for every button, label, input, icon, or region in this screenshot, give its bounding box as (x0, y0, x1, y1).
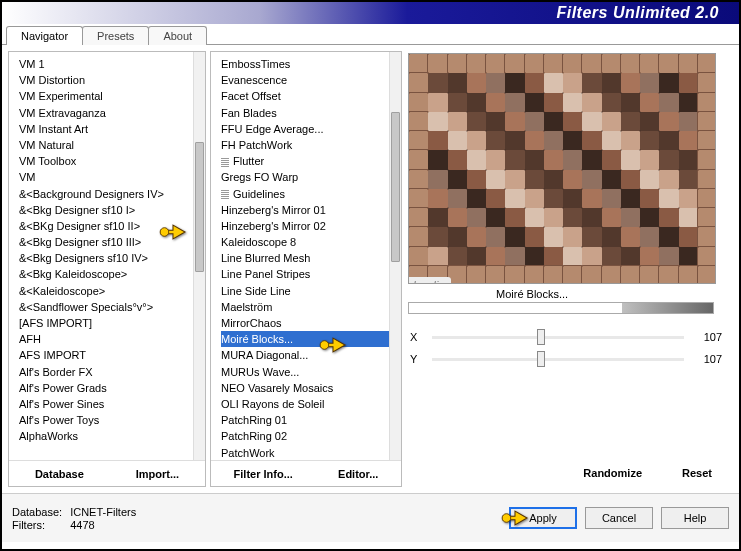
filter-info-button[interactable]: Filter Info... (234, 468, 293, 480)
category-item[interactable]: VM (19, 169, 193, 185)
filter-item[interactable]: PatchWork (221, 445, 389, 461)
category-item[interactable]: VM Toolbox (19, 153, 193, 169)
category-item[interactable]: &<Sandflower Specials°v°> (19, 299, 193, 315)
category-scrollbar[interactable] (193, 52, 205, 460)
category-item[interactable]: VM 1 (19, 56, 193, 72)
filter-item[interactable]: MURA Diagonal... (221, 347, 389, 363)
reset-button[interactable]: Reset (682, 467, 712, 479)
category-item[interactable]: VM Instant Art (19, 121, 193, 137)
category-item[interactable]: &<BKg Designer sf10 II> (19, 218, 193, 234)
category-item[interactable]: AlphaWorks (19, 428, 193, 444)
status-bar: Database: ICNET-Filters Filters: 4478 Ap… (2, 493, 739, 542)
category-panel: VM 1VM DistortionVM ExperimentalVM Extra… (8, 51, 206, 487)
tab-navigator[interactable]: Navigator (6, 26, 83, 45)
filter-list[interactable]: EmbossTimesEvanescenceFacet OffsetFan Bl… (211, 52, 401, 460)
category-item[interactable]: AFS IMPORT (19, 347, 193, 363)
action-buttons: Apply Cancel Help (509, 507, 729, 529)
filter-item[interactable]: FFU Edge Average... (221, 121, 389, 137)
title-bar: Filters Unlimited 2.0 (2, 2, 739, 24)
category-item[interactable]: Alf's Border FX (19, 364, 193, 380)
category-item[interactable]: &<Background Designers IV> (19, 186, 193, 202)
category-item[interactable]: &<Kaleidoscope> (19, 283, 193, 299)
database-button[interactable]: Database (35, 468, 84, 480)
filter-scrollbar[interactable] (389, 52, 401, 460)
filter-panel: EmbossTimesEvanescenceFacet OffsetFan Bl… (210, 51, 402, 487)
tab-presets[interactable]: Presets (82, 26, 149, 45)
filter-item[interactable]: EmbossTimes (221, 56, 389, 72)
filter-item[interactable]: Gregs FO Warp (221, 169, 389, 185)
category-item[interactable]: &<Bkg Designer sf10 I> (19, 202, 193, 218)
preview-panel: claudia Moiré Blocks... X 107 Y 107 Rand… (406, 51, 726, 487)
category-item[interactable]: Alf's Power Sines (19, 396, 193, 412)
param-y-value: 107 (688, 353, 722, 365)
param-y-label: Y (410, 353, 428, 365)
tab-about[interactable]: About (148, 26, 207, 45)
category-item[interactable]: VM Natural (19, 137, 193, 153)
filters-value: 4478 (70, 519, 136, 531)
import-button[interactable]: Import... (136, 468, 179, 480)
category-item[interactable]: VM Experimental (19, 88, 193, 104)
randomize-button[interactable]: Randomize (583, 467, 642, 479)
filter-item[interactable]: Kaleidoscope 8 (221, 234, 389, 250)
filter-item[interactable]: Hinzeberg's Mirror 01 (221, 202, 389, 218)
filter-item[interactable]: Line Panel Stripes (221, 266, 389, 282)
database-label: Database: (12, 506, 62, 518)
preview-image: claudia (408, 53, 716, 284)
filter-item[interactable]: Line Blurred Mesh (221, 250, 389, 266)
category-item[interactable]: Alf's Power Grads (19, 380, 193, 396)
filter-item[interactable]: Flutter (221, 153, 389, 169)
category-item[interactable]: &<Bkg Designers sf10 IV> (19, 250, 193, 266)
filter-item[interactable]: Moiré Blocks... (221, 331, 389, 347)
app-title: Filters Unlimited 2.0 (556, 4, 719, 22)
editor-button[interactable]: Editor... (338, 468, 378, 480)
category-item[interactable]: &<Bkg Kaleidoscope> (19, 266, 193, 282)
param-y: Y 107 (410, 348, 722, 370)
category-list[interactable]: VM 1VM DistortionVM ExperimentalVM Extra… (9, 52, 205, 460)
filter-item[interactable]: Line Side Line (221, 283, 389, 299)
filter-item[interactable]: MURUs Wave... (221, 364, 389, 380)
filter-item[interactable]: Maelström (221, 299, 389, 315)
main-area: VM 1VM DistortionVM ExperimentalVM Extra… (2, 45, 739, 493)
param-y-slider[interactable] (432, 358, 684, 361)
progress-bar (408, 302, 714, 314)
filter-item[interactable]: Guidelines (221, 186, 389, 202)
filter-footer: Filter Info... Editor... (211, 460, 401, 486)
filter-item[interactable]: FH PatchWork (221, 137, 389, 153)
category-footer: Database Import... (9, 460, 205, 486)
apply-button[interactable]: Apply (509, 507, 577, 529)
cancel-button[interactable]: Cancel (585, 507, 653, 529)
param-x-slider[interactable] (432, 336, 684, 339)
category-item[interactable]: &<Bkg Designer sf10 III> (19, 234, 193, 250)
tab-strip: Navigator Presets About (2, 26, 739, 45)
filter-item[interactable]: Fan Blades (221, 105, 389, 121)
filters-label: Filters: (12, 519, 62, 531)
preview-label: Moiré Blocks... (496, 288, 726, 300)
category-item[interactable]: VM Distortion (19, 72, 193, 88)
filter-item[interactable]: Hinzeberg's Mirror 02 (221, 218, 389, 234)
filter-item[interactable]: MirrorChaos (221, 315, 389, 331)
filter-item[interactable]: Facet Offset (221, 88, 389, 104)
filter-item[interactable]: PatchRing 01 (221, 412, 389, 428)
category-item[interactable]: VM Extravaganza (19, 105, 193, 121)
param-x-label: X (410, 331, 428, 343)
param-x: X 107 (410, 326, 722, 348)
status-info: Database: ICNET-Filters Filters: 4478 (12, 506, 136, 531)
filter-item[interactable]: NEO Vasarely Mosaics (221, 380, 389, 396)
database-value: ICNET-Filters (70, 506, 136, 518)
category-item[interactable]: AFH (19, 331, 193, 347)
category-item[interactable]: [AFS IMPORT] (19, 315, 193, 331)
category-item[interactable]: Alf's Power Toys (19, 412, 193, 428)
watermark: claudia (408, 277, 451, 284)
filter-item[interactable]: Evanescence (221, 72, 389, 88)
help-button[interactable]: Help (661, 507, 729, 529)
parameters: X 107 Y 107 (406, 320, 726, 457)
param-x-value: 107 (688, 331, 722, 343)
filter-item[interactable]: OLI Rayons de Soleil (221, 396, 389, 412)
filter-item[interactable]: PatchRing 02 (221, 428, 389, 444)
preview-footer: Randomize Reset (406, 457, 726, 487)
